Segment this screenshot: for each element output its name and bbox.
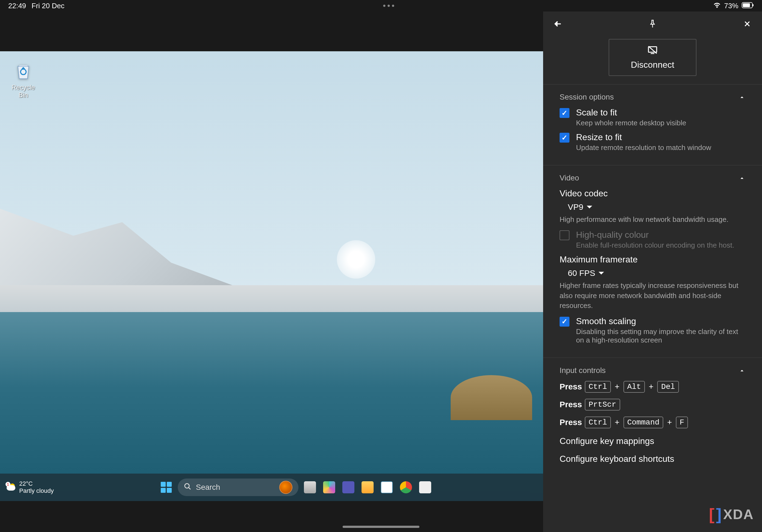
taskbar-weather[interactable]: 1 22°C Partly cloudy bbox=[6, 480, 54, 495]
framerate-label: Maximum framerate bbox=[560, 255, 745, 265]
smooth-scaling-label: Smooth scaling bbox=[576, 316, 745, 326]
hq-colour-label: High-quality colour bbox=[576, 230, 734, 240]
disconnect-button[interactable]: Disconnect bbox=[609, 39, 696, 76]
codec-help: High performance with low network bandwi… bbox=[560, 214, 745, 224]
svg-point-3 bbox=[185, 484, 189, 488]
recycle-bin-label: Recycle Bin bbox=[8, 84, 38, 99]
section-header-session[interactable]: Session options bbox=[560, 93, 745, 102]
close-button[interactable] bbox=[741, 17, 754, 31]
battery-icon bbox=[742, 2, 754, 10]
scale-to-fit-label: Scale to fit bbox=[576, 108, 686, 117]
configure-keyboard-shortcuts[interactable]: Configure keyboard shortcuts bbox=[560, 454, 745, 464]
section-input-controls: Input controls Press Ctrl + Alt + Del Pr… bbox=[543, 357, 762, 480]
home-indicator[interactable] bbox=[343, 526, 419, 528]
remote-desktop-area[interactable]: Recycle Bin 1 22°C Partly cloudy bbox=[0, 12, 543, 532]
status-time: 22:49 bbox=[8, 2, 26, 10]
svg-rect-1 bbox=[743, 3, 750, 7]
configure-key-mappings[interactable]: Configure key mappings bbox=[560, 436, 745, 446]
wifi-icon bbox=[713, 2, 721, 10]
framerate-dropdown[interactable]: 60 FPS bbox=[568, 268, 745, 278]
scale-to-fit-sub: Keep whole remote desktop visible bbox=[576, 119, 686, 127]
taskbar-explorer-icon[interactable] bbox=[360, 480, 375, 495]
status-date: Fri 20 Dec bbox=[32, 2, 64, 10]
hq-colour-sub: Enable full-resolution colour encoding o… bbox=[576, 241, 734, 250]
taskbar-copilot-icon[interactable] bbox=[322, 480, 337, 495]
section-session-options: Session options Scale to fit Keep whole … bbox=[543, 84, 762, 165]
weather-temp: 22°C bbox=[19, 480, 54, 487]
taskbar-search[interactable]: Search bbox=[178, 479, 298, 496]
press-ctrl-command-f[interactable]: Press Ctrl + Command + F bbox=[560, 417, 745, 428]
taskbar-store-icon[interactable] bbox=[379, 480, 394, 495]
remote-wallpaper: Recycle Bin 1 22°C Partly cloudy bbox=[0, 51, 543, 501]
taskbar-chrome-icon[interactable] bbox=[398, 480, 414, 495]
press-ctrl-alt-del[interactable]: Press Ctrl + Alt + Del bbox=[560, 381, 745, 393]
section-header-video[interactable]: Video bbox=[560, 174, 745, 182]
svg-line-4 bbox=[189, 487, 190, 489]
resize-to-fit-sub: Update remote resolution to match window bbox=[576, 143, 711, 152]
section-video: Video Video codec VP9 High performance w… bbox=[543, 165, 762, 357]
search-placeholder: Search bbox=[196, 483, 220, 492]
checkbox-resize-to-fit[interactable] bbox=[560, 133, 570, 143]
framerate-help: Higher frame rates typically increase re… bbox=[560, 280, 745, 310]
taskbar-app-icon[interactable] bbox=[418, 480, 433, 495]
section-header-input[interactable]: Input controls bbox=[560, 366, 745, 375]
checkbox-smooth-scaling[interactable] bbox=[560, 317, 570, 327]
search-orb-icon bbox=[279, 481, 292, 494]
chevron-down-icon bbox=[587, 206, 592, 208]
taskbar-task-view-icon[interactable] bbox=[302, 480, 318, 495]
press-prtscr[interactable]: Press PrtScr bbox=[560, 399, 745, 411]
chevron-up-icon bbox=[738, 175, 745, 182]
disconnect-label: Disconnect bbox=[631, 60, 674, 70]
start-button[interactable] bbox=[159, 480, 174, 495]
smooth-scaling-sub: Disabling this setting may improve the c… bbox=[576, 328, 745, 344]
svg-rect-2 bbox=[753, 4, 753, 6]
weather-desc: Partly cloudy bbox=[19, 487, 54, 494]
disconnect-icon bbox=[647, 45, 658, 57]
resize-to-fit-label: Resize to fit bbox=[576, 132, 711, 142]
checkbox-scale-to-fit[interactable] bbox=[560, 108, 570, 118]
chevron-down-icon bbox=[598, 272, 604, 274]
multitask-dots[interactable] bbox=[64, 5, 713, 7]
session-sidebar: Disconnect Session options Scale to fit … bbox=[543, 12, 762, 532]
battery-percent: 73% bbox=[724, 2, 738, 10]
windows-taskbar: 1 22°C Partly cloudy Search bbox=[0, 474, 543, 501]
video-codec-dropdown[interactable]: VP9 bbox=[568, 202, 745, 212]
status-bar: 22:49 Fri 20 Dec 73% bbox=[0, 0, 762, 12]
chevron-up-icon bbox=[738, 94, 745, 101]
weather-icon: 1 bbox=[6, 482, 17, 493]
checkbox-hq-colour[interactable] bbox=[560, 230, 570, 240]
video-codec-label: Video codec bbox=[560, 189, 745, 198]
pin-button[interactable] bbox=[646, 17, 659, 31]
back-button[interactable] bbox=[551, 17, 565, 31]
chevron-up-icon bbox=[738, 367, 745, 374]
search-icon bbox=[184, 483, 191, 492]
xda-watermark: [ ] XDA bbox=[709, 505, 754, 524]
recycle-bin-icon[interactable]: Recycle Bin bbox=[8, 59, 38, 99]
taskbar-teams-icon[interactable] bbox=[341, 480, 356, 495]
